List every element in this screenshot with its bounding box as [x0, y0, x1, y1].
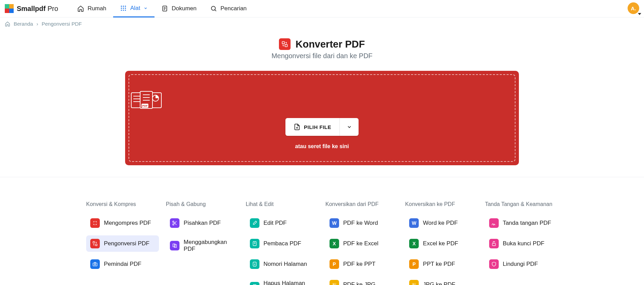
P-icon: P [409, 259, 419, 269]
tools-column: Tanda Tangan & KeamananTanda tangan PDFB… [485, 201, 558, 285]
tool-item-label: Nomori Halaman [264, 261, 307, 268]
choose-file-menu-button[interactable] [339, 118, 359, 136]
avatar-menu-caret-icon[interactable] [638, 13, 641, 15]
breadcrumb: Beranda › Pengonversi PDF [0, 17, 644, 30]
page-title: Konverter PDF [295, 39, 365, 50]
nav-search[interactable]: Pencarian [203, 0, 254, 17]
tool-item-label: Menggabungkan PDF [184, 239, 234, 252]
X-icon: X [409, 239, 419, 248]
nav-documents[interactable]: Dokumen [155, 0, 203, 17]
tool-item[interactable]: Pemindai PDF [86, 256, 159, 272]
tool-item[interactable]: Menggabungkan PDF [166, 235, 239, 256]
tool-item-label: PDF ke Word [343, 220, 378, 226]
nav-home[interactable]: Rumah [70, 0, 113, 17]
tool-item[interactable]: JPG ke PDF [405, 276, 478, 285]
tool-item-label: PDF ke JPG [343, 281, 375, 285]
breadcrumb-home[interactable]: Beranda [14, 21, 33, 27]
tool-item[interactable]: Pengonversi PDF [86, 235, 159, 252]
brand-logo-icon [5, 4, 14, 13]
tools-column-title: Konversikan ke PDF [405, 201, 478, 207]
svg-point-50 [333, 284, 334, 285]
chevron-down-icon [347, 124, 352, 130]
tool-item-label: Pemindai PDF [104, 261, 142, 268]
tool-item[interactable]: WWord ke PDF [405, 215, 478, 231]
choose-file-group: PILIH FILE [285, 118, 359, 136]
tool-item[interactable]: XExcel ke PDF [405, 235, 478, 252]
unlock-icon [489, 239, 499, 248]
brand-name: Smallpdf Pro [17, 5, 58, 13]
tool-item-label: Pembaca PDF [264, 240, 301, 247]
edit-icon [250, 218, 259, 228]
tool-item-label: PDF ke PPT [343, 261, 375, 268]
tools-column: Konversikan dari PDFWPDF ke WordXPDF ke … [325, 201, 398, 285]
convert-icon [90, 239, 100, 248]
svg-point-35 [173, 221, 174, 222]
tool-item[interactable]: Hapus Halaman PDF [246, 276, 319, 285]
drop-hint: atau seret file ke sini [129, 143, 515, 150]
tool-item-label: Pengonversi PDF [104, 240, 149, 247]
tools-column: Konversi & KompresMengompres PDFPengonve… [86, 201, 159, 285]
tool-item[interactable]: PPDF ke PPT [325, 256, 398, 272]
svg-point-3 [121, 8, 122, 9]
svg-point-2 [125, 5, 126, 7]
converter-icon [279, 38, 291, 50]
W-icon: W [330, 218, 339, 228]
svg-rect-32 [95, 244, 97, 246]
topbar: Smallpdf Pro Rumah Alat Dokumen Pencaria… [0, 0, 644, 17]
tool-item-label: PDF ke Excel [343, 240, 378, 247]
P-icon: P [330, 259, 339, 269]
tool-item-label: JPG ke PDF [423, 281, 455, 285]
search-icon [210, 5, 217, 12]
img-icon [330, 280, 339, 285]
tool-item[interactable]: Pisahkan PDF [166, 215, 239, 231]
tools-column: Pisah & GabungPisahkan PDFMenggabungkan … [166, 201, 239, 285]
tool-item[interactable]: PPPT ke PDF [405, 256, 478, 272]
X-icon: X [330, 239, 339, 248]
tool-item[interactable]: #Nomori Halaman [246, 256, 319, 272]
hero: Konverter PDF Mengonversi file dari dan … [0, 30, 644, 165]
tools-column: Konversikan ke PDFWWord ke PDFXExcel ke … [405, 201, 478, 285]
drop-zone[interactable]: PDF PILIH FILE atau seret file ke sini [125, 71, 519, 165]
img-icon [409, 280, 419, 285]
home-icon [77, 5, 84, 12]
tool-item[interactable]: Tanda tangan PDF [485, 215, 558, 231]
svg-point-8 [125, 10, 126, 11]
svg-text:PDF: PDF [142, 104, 148, 107]
svg-rect-33 [93, 263, 97, 266]
page-subtitle: Mengonversi file dari dan ke PDF [0, 52, 644, 60]
section-divider [0, 177, 644, 177]
home-icon [5, 21, 10, 27]
choose-file-button[interactable]: PILIH FILE [285, 118, 339, 136]
tool-item-label: Edit PDF [264, 220, 287, 226]
W-icon: W [409, 218, 419, 228]
tool-item-label: Hapus Halaman PDF [264, 280, 314, 285]
tools-column: Lihat & EditEdit PDFPembaca PDF#Nomori H… [246, 201, 319, 285]
file-plus-icon [294, 124, 300, 130]
svg-rect-15 [282, 42, 285, 44]
tool-item-label: Tanda tangan PDF [503, 220, 551, 226]
breadcrumb-separator: › [37, 21, 38, 27]
merge-icon [170, 241, 179, 250]
grid-icon [120, 5, 127, 12]
tool-item[interactable]: Buka kunci PDF [485, 235, 558, 252]
nav-tools[interactable]: Alat [113, 0, 155, 17]
svg-text:#: # [254, 263, 255, 265]
tool-item[interactable]: PDF ke JPG [325, 276, 398, 285]
svg-point-36 [173, 224, 174, 225]
tool-item[interactable]: Pembaca PDF [246, 235, 319, 252]
tool-item[interactable]: WPDF ke Word [325, 215, 398, 231]
svg-line-14 [215, 10, 216, 11]
tool-item[interactable]: Lindungi PDF [485, 256, 558, 272]
nav-tools-label: Alat [130, 5, 140, 12]
tool-item[interactable]: XPDF ke Excel [325, 235, 398, 252]
brand-text: Smallpdf [17, 5, 45, 12]
tool-item[interactable]: Edit PDF [246, 215, 319, 231]
camera-icon [90, 259, 100, 269]
tool-item-label: Word ke PDF [423, 220, 458, 226]
tool-item-label: Pisahkan PDF [184, 220, 221, 226]
tool-item[interactable]: Mengompres PDF [86, 215, 159, 231]
tools-column-title: Tanda Tangan & Keamanan [485, 201, 558, 207]
breadcrumb-current: Pengonversi PDF [42, 21, 82, 27]
avatar[interactable]: A. [628, 2, 639, 14]
sign-icon [489, 218, 499, 228]
